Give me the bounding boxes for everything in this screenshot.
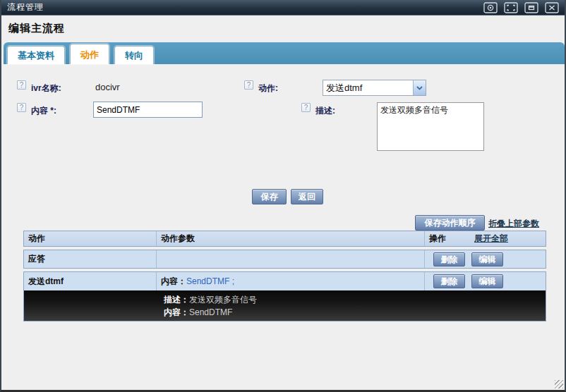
row-param-value: SendDTMF ; (186, 276, 234, 286)
edit-button[interactable]: 编辑 (471, 274, 503, 288)
process-management-window: 流程管理 (0, 0, 566, 392)
restore-icon[interactable] (524, 1, 538, 13)
table-row: 应答 删除 编辑 (23, 250, 546, 269)
detail-content-value: SendDTMF (189, 307, 232, 317)
row-action-name: 应答 (24, 253, 156, 265)
action-label: 动作: (258, 82, 278, 94)
tab-action[interactable]: 动作 (70, 44, 109, 64)
col-header-action: 动作 (24, 233, 156, 245)
table-row-expanded-group: 发送dtmf 内容：SendDTMF ; 删除 编辑 描述：发送双频多音信号 内… (23, 271, 546, 321)
detail-desc-label: 描述： (164, 295, 189, 305)
window-title: 流程管理 (1, 1, 44, 13)
ivr-name-value: docivr (95, 82, 120, 92)
tab-strip: 基本资料 动作 转向 (4, 42, 565, 64)
circle-dot-icon[interactable] (483, 1, 498, 13)
action-select-value: 发送dtmf (323, 82, 413, 94)
chevron-down-icon[interactable] (413, 80, 426, 95)
table-header-row: 动作 动作参数 操作 展开全部 (23, 231, 546, 247)
row-action-name: 发送dtmf (24, 276, 156, 288)
tab-redirect[interactable]: 转向 (114, 46, 154, 64)
window-controls (483, 1, 559, 13)
close-icon[interactable] (545, 1, 559, 13)
expanded-detail-panel: 描述：发送双频多音信号 内容：SendDTMF (24, 290, 546, 321)
save-button[interactable]: 保存 (252, 189, 287, 204)
row-param-label: 内容： (161, 276, 186, 288)
detail-desc-value: 发送双频多音信号 (189, 295, 257, 305)
delete-button[interactable]: 删除 (433, 274, 465, 288)
col-header-params: 动作参数 (156, 231, 424, 246)
delete-button[interactable]: 删除 (433, 252, 465, 267)
row-params (156, 250, 424, 268)
col-header-operation: 操作 (429, 233, 446, 245)
page-title: 编辑主流程 (8, 22, 65, 35)
tab-basic-info[interactable]: 基本资料 (7, 46, 65, 64)
description-textarea[interactable]: 发送双频多音信号 (377, 102, 484, 151)
table-row: 发送dtmf 内容：SendDTMF ; 删除 编辑 (24, 272, 546, 290)
action-table: 动作 动作参数 操作 展开全部 应答 删除 编辑 发送dtmf 内容：SendD… (23, 231, 546, 321)
ivr-name-label: ivr名称: (31, 82, 61, 94)
content-label: 内容 *: (31, 105, 56, 117)
content-input[interactable] (93, 102, 203, 118)
title-bar: 流程管理 (1, 0, 565, 16)
save-action-order-button[interactable]: 保存动作顺序 (415, 215, 485, 231)
help-icon[interactable]: ? (17, 80, 26, 90)
action-select[interactable]: 发送dtmf (323, 80, 426, 96)
help-icon[interactable]: ? (301, 103, 311, 112)
fullscreen-icon[interactable] (504, 1, 518, 13)
resize-grip[interactable] (555, 380, 563, 388)
description-label: 描述: (315, 105, 335, 117)
help-icon[interactable]: ? (17, 103, 26, 112)
edit-button[interactable]: 编辑 (471, 252, 503, 267)
collapse-upper-params-link[interactable]: 折叠上部参数 (488, 218, 539, 230)
expand-all-link[interactable]: 展开全部 (474, 233, 508, 245)
detail-content-label: 内容： (164, 307, 189, 317)
help-icon[interactable]: ? (244, 80, 253, 90)
back-button[interactable]: 返回 (291, 189, 323, 204)
